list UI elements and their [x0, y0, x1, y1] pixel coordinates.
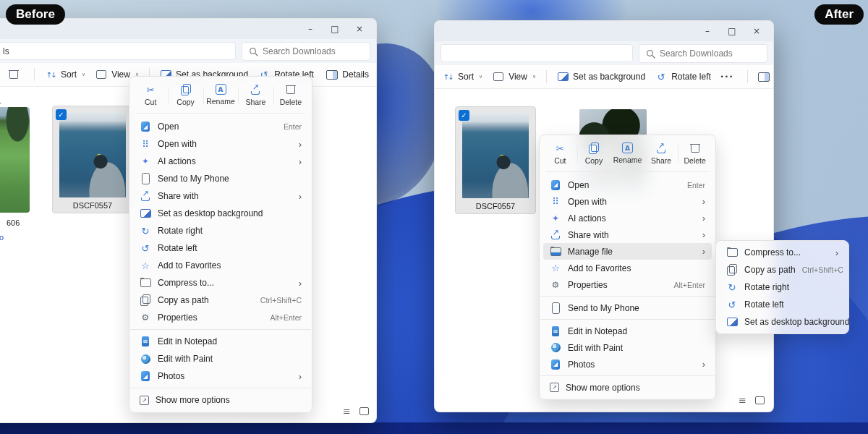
details-view-icon[interactable]: ≡ [343, 406, 351, 417]
selected-file-tile[interactable]: ✓ DSCF0557 [52, 106, 133, 213]
menu-item-photos[interactable]: ◢ Photos › [543, 356, 712, 373]
cut-button[interactable]: ✂ Cut [133, 82, 168, 109]
file-thumbnail-partial[interactable] [0, 107, 30, 213]
menu-separator [546, 171, 709, 172]
menu-item-rotate-left[interactable]: ↺ Rotate left [133, 239, 308, 257]
share-button[interactable]: ↗ Share [644, 140, 678, 168]
selection-checkbox[interactable]: ✓ [56, 109, 67, 120]
rename-button[interactable]: A Rename [203, 82, 238, 109]
selected-file-tile[interactable]: ✓ DSCF0557 [455, 106, 536, 214]
details-button[interactable]: Details [326, 69, 369, 80]
rotate-left-button[interactable]: ↺ Rotate left [655, 71, 711, 82]
menu-items: ◢ Open Enter ⠿ Open with › ✦ AI actions … [540, 174, 715, 399]
minimize-button[interactable]: – [298, 19, 323, 39]
menu-item-ai-actions[interactable]: ✦ AI actions › [543, 210, 712, 226]
menu-item-add-to-favorites[interactable]: ☆ Add to Favorites [543, 260, 712, 276]
menu-item-compress-to[interactable]: Compress to... › [133, 274, 308, 292]
toolbar-icon [557, 71, 569, 82]
menu-item-icon: ↗ [140, 396, 149, 405]
search-box[interactable]: Search Downloads [639, 44, 767, 63]
chevron-right-icon: › [699, 213, 705, 223]
close-button[interactable]: × [347, 19, 372, 39]
menu-item-photos[interactable]: ◢ Photos › [133, 367, 308, 385]
menu-item-properties[interactable]: ⚙ Properties Alt+Enter [133, 309, 308, 326]
menu-item-edit-with-paint[interactable]: Edit with Paint [543, 339, 712, 356]
menu-item-manage-file[interactable]: Manage file › [543, 243, 712, 260]
copy-button[interactable]: Copy [577, 140, 611, 168]
address-bar[interactable]: ls [0, 42, 236, 60]
menu-item-open[interactable]: ◢ Open Enter [133, 118, 308, 135]
menu-item-edit-with-paint[interactable]: Edit with Paint [133, 350, 308, 367]
menu-item-send-to-my-phone[interactable]: Send to My Phone [543, 299, 712, 316]
menu-item-icon [550, 246, 561, 258]
quick-action-icon: ↗ [655, 142, 667, 154]
menu-item-set-as-desktop-background[interactable]: Set as desktop background [720, 313, 845, 331]
menu-item-icon: ✦ [140, 156, 151, 167]
set-as-background-button[interactable]: Set as background [557, 71, 645, 82]
menu-item-open-with[interactable]: ⠿ Open with › [133, 135, 308, 153]
context-menu-before: ✂ Cut Copy A Rename ↗ Share Delete [129, 76, 312, 413]
clipped-link-text: o [0, 233, 4, 242]
menu-item-compress-to[interactable]: Compress to... › [720, 244, 845, 261]
menu-item-icon: ≡ [550, 326, 561, 337]
menu-separator [130, 329, 311, 330]
breadcrumb: ls [0, 46, 9, 56]
chevron-right-icon: › [699, 359, 705, 369]
search-box[interactable]: Search Downloads [242, 42, 370, 61]
maximize-button[interactable]: □ [323, 19, 347, 39]
menu-item-add-to-favorites[interactable]: ☆ Add to Favorites [133, 257, 308, 274]
minimize-button[interactable]: – [695, 21, 720, 41]
menu-item-show-more-options[interactable]: ↗ Show more options [133, 391, 308, 409]
copy-button[interactable]: Copy [168, 82, 203, 109]
menu-item-copy-as-path[interactable]: Copy as path Ctrl+Shift+C [720, 261, 845, 278]
address-bar[interactable] [441, 44, 633, 62]
menu-item-set-as-desktop-background[interactable]: Set as desktop background [133, 205, 308, 222]
chevron-down-icon: ∨ [479, 74, 482, 80]
details-button[interactable]: Details [758, 71, 774, 82]
chevron-right-icon: › [699, 197, 705, 206]
delete-button[interactable]: Delete [678, 140, 712, 168]
menu-item-icon: ↻ [726, 281, 738, 293]
close-button[interactable]: × [744, 21, 769, 41]
toolbar-icon: ↑↓ [442, 71, 454, 82]
wallpaper-bloom [0, 422, 868, 434]
thumbnail-view-icon[interactable] [755, 396, 765, 404]
menu-item-edit-in-notepad[interactable]: ≡ Edit in Notepad [133, 333, 308, 350]
file-name-partial: 606 [7, 218, 20, 227]
menu-separator [130, 388, 311, 388]
menu-item-show-more-options[interactable]: ↗ Show more options [543, 379, 712, 396]
delete-toolbar-button[interactable] [8, 69, 24, 80]
menu-item-icon [140, 353, 151, 365]
view-button[interactable]: View ∨ [493, 71, 536, 82]
cut-button[interactable]: ✂ Cut [543, 140, 577, 168]
menu-item-share-with[interactable]: ↗ Share with › [543, 226, 712, 243]
sort-button[interactable]: ↑↓ Sort ∨ [45, 69, 85, 80]
more-options-button[interactable]: ••• [721, 71, 737, 82]
menu-item-edit-in-notepad[interactable]: ≡ Edit in Notepad [543, 323, 712, 339]
menu-item-icon [140, 277, 151, 289]
menu-item-properties[interactable]: ⚙ Properties Alt+Enter [543, 276, 712, 293]
delete-button[interactable]: Delete [273, 82, 308, 109]
selection-checkbox[interactable]: ✓ [459, 110, 469, 121]
menu-item-rotate-left[interactable]: ↺ Rotate left [720, 296, 845, 313]
menu-item-open[interactable]: ◢ Open Enter [543, 176, 712, 193]
menu-item-rotate-right[interactable]: ↻ Rotate right [720, 278, 845, 296]
search-icon [647, 50, 653, 56]
menu-item-copy-as-path[interactable]: Copy as path Ctrl+Shift+C [133, 292, 308, 309]
quick-action-icon: A [622, 142, 633, 153]
menu-item-rotate-right[interactable]: ↻ Rotate right [133, 222, 308, 239]
quick-action-icon: ✂ [554, 142, 566, 154]
chevron-right-icon: › [699, 247, 705, 256]
sort-button[interactable]: ↑↓ Sort ∨ [442, 71, 482, 82]
menu-item-ai-actions[interactable]: ✦ AI actions › [133, 153, 308, 170]
menu-item-share-with[interactable]: ↗ Share with › [133, 187, 308, 205]
maximize-button[interactable]: □ [720, 21, 744, 41]
share-button[interactable]: ↗ Share [238, 82, 273, 109]
menu-item-send-to-my-phone[interactable]: Send to My Phone [133, 170, 308, 187]
menu-item-open-with[interactable]: ⠿ Open with › [543, 193, 712, 210]
status-bar: ≡ [343, 406, 369, 417]
chevron-down-icon: ∨ [532, 74, 536, 80]
thumbnail-view-icon[interactable] [359, 407, 369, 415]
details-view-icon[interactable]: ≡ [739, 395, 746, 406]
rename-button[interactable]: A Rename [610, 140, 644, 168]
